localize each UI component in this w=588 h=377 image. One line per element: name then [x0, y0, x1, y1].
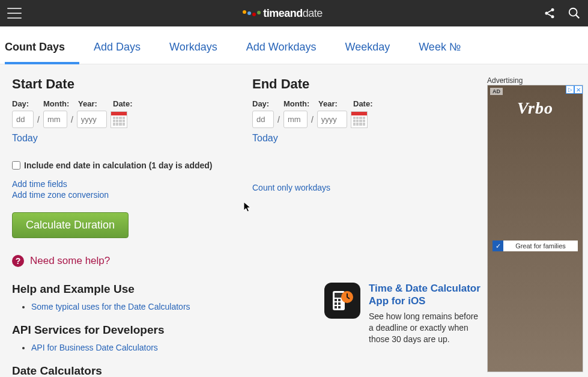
- end-year-input[interactable]: [317, 111, 347, 128]
- svg-rect-12: [338, 306, 341, 308]
- search-icon[interactable]: [568, 7, 581, 20]
- label-month: Month:: [283, 99, 318, 108]
- ad-close-icon[interactable]: ✕: [574, 85, 583, 94]
- start-year-input[interactable]: [77, 111, 107, 128]
- app-description: See how long remains before a deadline o…: [369, 311, 480, 345]
- tab-bar: Count Days Add Days Workdays Add Workday…: [0, 26, 588, 64]
- svg-line-4: [576, 15, 580, 19]
- brand-text: timeanddate: [263, 7, 323, 20]
- svg-point-3: [569, 8, 577, 16]
- label-date: Date:: [353, 99, 373, 108]
- end-month-input[interactable]: [283, 111, 308, 128]
- add-tz-link[interactable]: Add time zone conversion: [12, 189, 216, 200]
- separator: /: [311, 115, 314, 124]
- menu-icon[interactable]: [7, 8, 22, 19]
- include-end-label: Include end date in calculation (1 day i…: [24, 161, 213, 170]
- count-workdays-link[interactable]: Count only workdays: [252, 182, 456, 193]
- start-month-input[interactable]: [43, 111, 67, 128]
- label-year: Year:: [318, 99, 353, 108]
- tab-weekday[interactable]: Weekday: [345, 36, 404, 64]
- brand-logo[interactable]: timeanddate: [22, 7, 544, 20]
- tab-workdays[interactable]: Workdays: [169, 36, 232, 64]
- separator: /: [71, 115, 73, 124]
- share-icon[interactable]: [544, 7, 556, 19]
- logo-dots-icon: [243, 10, 261, 16]
- start-today-link[interactable]: Today: [12, 133, 38, 144]
- tab-add-days[interactable]: Add Days: [94, 36, 155, 64]
- tab-count-days[interactable]: Count Days: [5, 36, 79, 64]
- end-date-section: End Date Day: Month: Year: Date: / / Tod…: [252, 76, 456, 267]
- ad-info-icon[interactable]: ▷: [566, 85, 574, 94]
- label-month: Month:: [43, 99, 78, 108]
- tab-week-no[interactable]: Week №: [419, 36, 475, 64]
- label-day: Day:: [252, 99, 283, 108]
- api-section-title: API Services for Developers: [12, 323, 300, 337]
- svg-point-2: [551, 15, 554, 18]
- label-day: Day:: [12, 99, 43, 108]
- ad-brand: Vrbo: [488, 99, 583, 118]
- check-icon: ✓: [493, 241, 503, 251]
- calculate-button[interactable]: Calculate Duration: [12, 212, 129, 238]
- end-calendar-icon[interactable]: [351, 111, 368, 128]
- start-date-section: Start Date Day: Month: Year: Date: / / T…: [12, 76, 216, 267]
- svg-point-1: [545, 12, 548, 15]
- label-year: Year:: [78, 99, 113, 108]
- svg-rect-11: [335, 306, 337, 308]
- ad-badge: AD: [490, 88, 503, 95]
- svg-rect-10: [338, 302, 341, 305]
- app-title-link[interactable]: Time & Date Calculator App for iOS: [369, 283, 480, 307]
- tab-add-workdays[interactable]: Add Workdays: [246, 36, 331, 64]
- ad-banner[interactable]: AD ▷ ✕ Vrbo ✓ Great for families: [487, 85, 583, 372]
- svg-rect-8: [338, 299, 341, 301]
- svg-rect-9: [335, 302, 337, 305]
- api-link[interactable]: API for Business Date Calculators: [31, 343, 158, 352]
- app-header: timeanddate: [0, 0, 588, 26]
- app-promo: Time & Date Calculator App for iOS See h…: [324, 283, 480, 377]
- svg-rect-7: [335, 299, 337, 301]
- help-icon[interactable]: ?: [12, 255, 24, 267]
- start-date-title: Start Date: [12, 76, 216, 92]
- label-date: Date:: [113, 99, 133, 108]
- calculators-section-title: Date Calculators: [12, 364, 300, 377]
- include-end-checkbox[interactable]: [12, 161, 20, 170]
- help-section-title: Help and Example Use: [12, 283, 300, 296]
- app-icon[interactable]: [324, 283, 360, 319]
- help-uses-link[interactable]: Some typical uses for the Date Calculato…: [31, 302, 190, 311]
- ad-cta[interactable]: ✓ Great for families: [493, 241, 578, 251]
- ad-label: Advertising: [487, 76, 588, 85]
- help-link[interactable]: Need some help?: [30, 255, 110, 267]
- separator: /: [37, 115, 40, 124]
- end-today-link[interactable]: Today: [252, 133, 278, 144]
- svg-point-0: [551, 8, 554, 11]
- start-day-input[interactable]: [12, 111, 34, 128]
- end-date-title: End Date: [252, 76, 456, 92]
- end-day-input[interactable]: [252, 111, 274, 128]
- separator: /: [277, 115, 280, 124]
- add-time-link[interactable]: Add time fields: [12, 179, 216, 189]
- start-calendar-icon[interactable]: [111, 111, 127, 128]
